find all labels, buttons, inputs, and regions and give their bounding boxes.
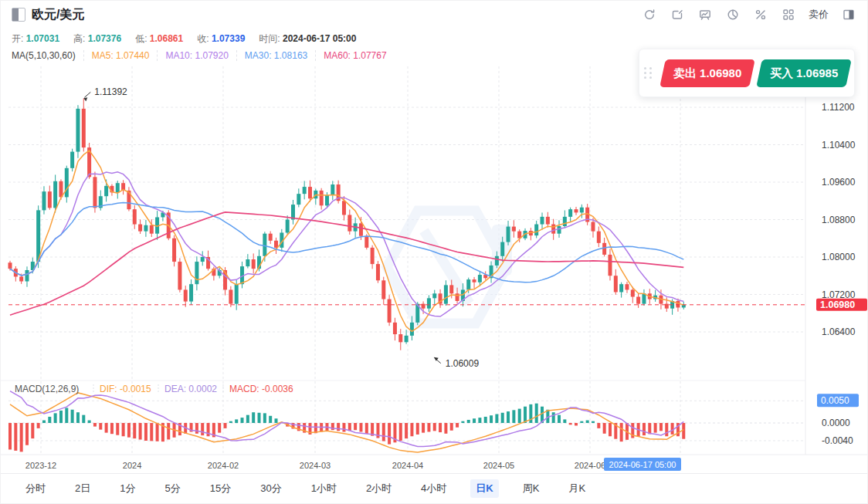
timeframe-1分[interactable]: 1分 — [114, 479, 141, 498]
timeframe-日K[interactable]: 日K — [470, 479, 498, 498]
grid-layout-icon[interactable] — [781, 7, 796, 22]
timeframe-2日[interactable]: 2日 — [70, 479, 96, 498]
svg-text:-0.0040: -0.0040 — [822, 435, 853, 446]
ma-value-4: MA60: 1.07767 — [316, 50, 394, 61]
svg-text:2024: 2024 — [123, 461, 141, 470]
timeframe-周K[interactable]: 周K — [517, 479, 545, 498]
refresh-icon[interactable] — [642, 7, 657, 22]
buy-button[interactable]: 买入 1.06985 — [756, 59, 852, 87]
timeframe-2小时[interactable]: 2小时 — [361, 479, 397, 498]
svg-text:MACD(12,26,9): MACD(12,26,9) — [15, 384, 79, 394]
open-label: 开: — [12, 33, 23, 44]
svg-text:2024-03: 2024-03 — [300, 461, 331, 470]
buy-button-label: 买入 1.06985 — [770, 66, 838, 80]
quote-row: 开: 1.07031 高: 1.07376 低: 1.06861 收: 1.07… — [12, 32, 356, 46]
timeframe-月K[interactable]: 月K — [563, 479, 591, 498]
svg-text:1.10400: 1.10400 — [822, 140, 856, 151]
timeframe-30分[interactable]: 30分 — [255, 479, 287, 498]
svg-text:DEA: 0.0002: DEA: 0.0002 — [164, 384, 217, 394]
symbol-title: 欧元/美元 — [32, 7, 84, 23]
open-value: 1.07031 — [26, 33, 59, 44]
close-value: 1.07339 — [212, 33, 245, 44]
ma5-line — [10, 151, 683, 331]
svg-text:1.06400: 1.06400 — [822, 326, 856, 337]
svg-text:1.09600: 1.09600 — [822, 177, 856, 188]
timeframe-1小时[interactable]: 1小时 — [306, 479, 342, 498]
titlebar: 欧元/美元 卖价 — [1, 1, 867, 29]
drag-handle-icon[interactable] — [644, 67, 656, 79]
high-value: 1.07376 — [88, 33, 121, 44]
svg-text:1.11200: 1.11200 — [822, 102, 855, 113]
svg-text:DIF: -0.0015: DIF: -0.0015 — [100, 384, 151, 394]
price-chart[interactable]: 1.069801.112001.104001.096001.088001.080… — [1, 63, 868, 475]
candle-series — [8, 98, 686, 350]
ma-value-3: MA30: 1.08163 — [237, 50, 316, 61]
pie-chart-icon[interactable] — [725, 7, 741, 22]
svg-text:1.08800: 1.08800 — [822, 215, 856, 225]
svg-text:MACD: -0.0036: MACD: -0.0036 — [229, 384, 293, 394]
chart-toolbar: 卖价 — [642, 7, 856, 22]
svg-text:1.06009: 1.06009 — [446, 358, 480, 369]
trading-chart-app: 欧元/美元 卖价 — [0, 0, 868, 504]
svg-text:2024-02: 2024-02 — [208, 461, 239, 470]
time-value: 2024-06-17 05:00 — [283, 33, 356, 44]
chart-grid — [8, 66, 805, 455]
low-value: 1.06861 — [150, 33, 183, 44]
time-label: 时间: — [259, 33, 280, 44]
svg-text:1.07200: 1.07200 — [822, 289, 856, 300]
indicator-board-icon[interactable] — [697, 7, 713, 22]
sell-button[interactable]: 卖出 1.06980 — [659, 59, 755, 87]
timeframe-5分[interactable]: 5分 — [159, 479, 185, 498]
svg-text:1.11392: 1.11392 — [94, 86, 127, 97]
ma-params-label: MA(5,10,30,60) — [12, 50, 84, 61]
draw-icon[interactable] — [670, 7, 685, 22]
svg-text:2023-12: 2023-12 — [25, 461, 56, 470]
svg-text:1.06980: 1.06980 — [820, 299, 855, 310]
timeframe-分时[interactable]: 分时 — [20, 479, 51, 498]
sell-price-toggle[interactable]: 卖价 — [809, 8, 829, 22]
svg-text:2024-06-17 05:00: 2024-06-17 05:00 — [609, 460, 676, 469]
trade-panel: 卖出 1.06980 买入 1.06985 — [639, 49, 855, 97]
watermark-logo — [387, 211, 512, 323]
symbol-panel-icon — [12, 8, 25, 22]
close-label: 收: — [197, 33, 209, 44]
timeframe-toolbar: 分时2日1分5分15分30分1小时2小时4小时日K周K月K — [1, 473, 867, 503]
ma-value-1: MA5: 1.07440 — [84, 50, 158, 61]
macd-dea-line — [10, 391, 683, 447]
split-view-icon[interactable] — [841, 7, 856, 22]
timeframe-15分[interactable]: 15分 — [205, 479, 236, 498]
ma60-line — [10, 212, 683, 315]
macd-header: MACD(12,26,9)DIF: -0.0015DEA: 0.0002MACD… — [15, 384, 293, 394]
svg-text:0.0000: 0.0000 — [822, 418, 850, 428]
time-axis[interactable]: 2023-1220242024-022024-032024-042024-052… — [25, 458, 681, 471]
svg-text:0.0050: 0.0050 — [821, 395, 849, 406]
svg-text:2024-04: 2024-04 — [392, 461, 423, 470]
svg-text:1.08000: 1.08000 — [822, 252, 856, 262]
svg-text:2024-05: 2024-05 — [483, 461, 514, 470]
timeframe-4小时[interactable]: 4小时 — [415, 479, 452, 498]
ma-indicator-row: MA(5,10,30,60)MA5: 1.07440MA10: 1.07920M… — [12, 49, 395, 63]
low-label: 低: — [135, 33, 147, 44]
high-label: 高: — [73, 33, 85, 44]
ma-value-2: MA10: 1.07920 — [158, 50, 236, 61]
percent-icon[interactable] — [753, 7, 768, 22]
sell-button-label: 卖出 1.06980 — [673, 66, 741, 80]
svg-text:2024-06: 2024-06 — [575, 461, 605, 470]
